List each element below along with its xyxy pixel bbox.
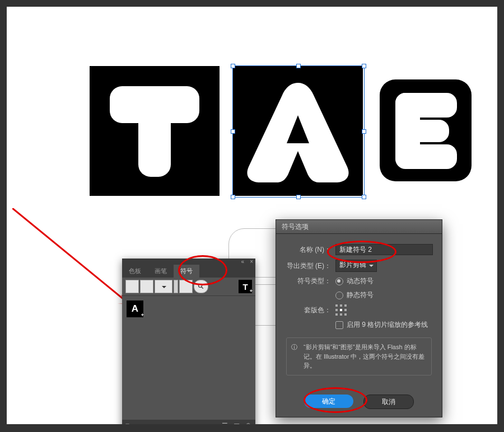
tool-icon[interactable] <box>179 280 193 293</box>
tool-icon[interactable] <box>140 280 153 293</box>
symbol-thumbnail-t[interactable]: T <box>239 280 252 293</box>
name-label: 名称 (N)： <box>285 245 335 255</box>
symbol-type-label: 符号类型： <box>285 276 335 286</box>
radio-static-label: 静态符号 <box>347 291 374 299</box>
cancel-button[interactable]: 取消 <box>363 395 414 409</box>
separator <box>174 280 178 293</box>
intensity-dropdown[interactable] <box>155 280 172 293</box>
svg-line-3 <box>202 287 203 289</box>
info-note: “影片剪辑”和“图形”是用来导入 Flash 的标记。在 Illustrator… <box>286 337 432 375</box>
svg-point-2 <box>199 284 202 288</box>
tab-swatches[interactable]: 色板 <box>122 265 148 278</box>
panel-menu-icon[interactable]: « <box>241 259 244 265</box>
selection-box[interactable] <box>232 65 365 198</box>
dialog-body: 名称 (N)： 导出类型 (E)： 影片剪辑 符号类型： 动态符号 静态符 <box>276 234 442 375</box>
tab-brushes[interactable]: 画笔 <box>148 265 174 278</box>
symbols-grid[interactable]: A <box>122 296 255 422</box>
symbol-options-dialog[interactable]: 符号选项 名称 (N)： 导出类型 (E)： 影片剪辑 符号类型： 动态符号 <box>276 219 442 417</box>
status-bar <box>0 424 504 432</box>
radio-dynamic-label: 动态符号 <box>347 277 374 285</box>
panel-close-icon[interactable]: × <box>250 259 253 265</box>
artboard[interactable]: « × 色板 画笔 符号 T A <box>7 7 497 425</box>
ok-button[interactable]: 确定 <box>304 395 353 408</box>
nine-slice-label: 启用 9 格切片缩放的参考线 <box>347 321 428 328</box>
panel-tabs: 色板 画笔 符号 <box>122 264 255 278</box>
search-icon[interactable] <box>194 280 208 293</box>
export-type-select[interactable]: 影片剪辑 <box>335 260 377 272</box>
nine-slice-checkbox[interactable] <box>335 321 343 329</box>
export-type-label: 导出类型 (E)： <box>285 261 335 271</box>
letter-block-t[interactable] <box>90 66 220 196</box>
dialog-title[interactable]: 符号选项 <box>276 220 442 234</box>
symbol-thumbnail-a[interactable]: A <box>127 300 143 317</box>
radio-static[interactable] <box>335 292 343 299</box>
workspace: « × 色板 画笔 符号 T A <box>7 7 497 425</box>
svg-line-0 <box>12 208 130 304</box>
tab-symbols[interactable]: 符号 <box>174 265 199 278</box>
letter-block-e[interactable] <box>380 79 472 181</box>
name-input[interactable] <box>335 244 433 255</box>
symbols-panel[interactable]: « × 色板 画笔 符号 T A <box>122 259 255 425</box>
registration-grid[interactable] <box>335 304 347 316</box>
panel-header[interactable]: « × <box>122 259 255 264</box>
symbols-toolbar: T <box>122 278 255 296</box>
radio-dynamic[interactable] <box>335 278 343 285</box>
dialog-buttons: 确定 取消 <box>276 395 442 409</box>
registration-label: 套版色： <box>285 306 335 315</box>
sprayer-icon[interactable] <box>125 280 139 293</box>
letter-t-glyph <box>110 86 199 177</box>
